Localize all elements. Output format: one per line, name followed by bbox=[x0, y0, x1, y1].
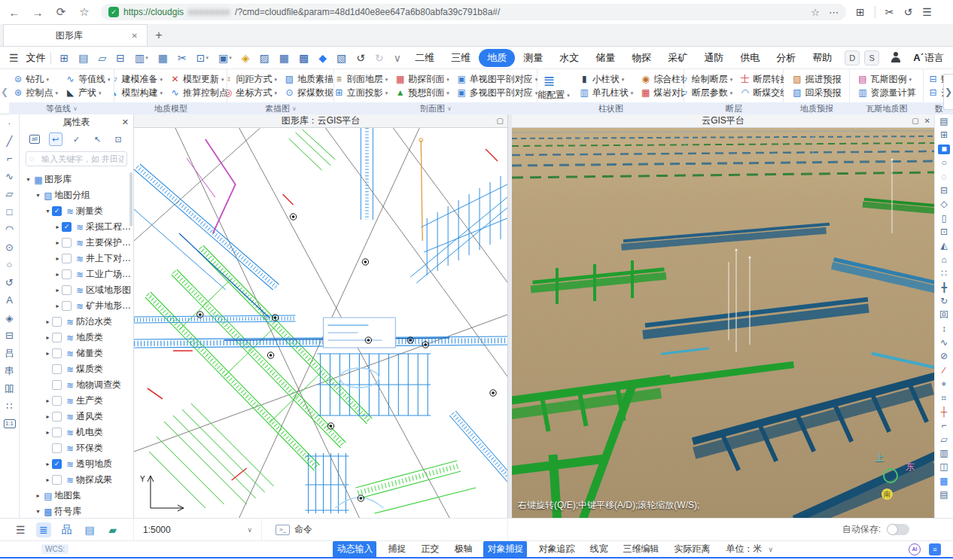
rect-select-icon[interactable]: ■ bbox=[938, 145, 950, 154]
tree-item-物探成果[interactable]: ▸✓≋物探成果 bbox=[20, 472, 133, 488]
ribbon-button-立面投影[interactable]: ⊞立面投影▾ bbox=[334, 88, 388, 97]
chevron-collapsed-icon[interactable]: ▸ bbox=[44, 350, 52, 357]
layer-checkbox[interactable]: ✓ bbox=[52, 317, 62, 327]
ribbon-button-小柱状[interactable]: ▮小柱状▾ bbox=[579, 75, 634, 84]
unit-select[interactable]: 单位：米 ∨ bbox=[726, 543, 773, 555]
chevron-expanded-icon[interactable]: ▾ bbox=[44, 208, 52, 215]
crop-icon[interactable]: ⌗ bbox=[935, 394, 953, 403]
checkbox-icon[interactable]: ✓ bbox=[69, 132, 83, 146]
copy-doc-icon[interactable]: ⊡ bbox=[111, 132, 125, 146]
maximize-icon[interactable]: ▢ bbox=[912, 117, 918, 125]
more-dots-icon[interactable]: ⋯ bbox=[829, 7, 839, 18]
box-3d-icon[interactable]: ◫ bbox=[935, 462, 953, 472]
open-icon[interactable]: ▱ bbox=[99, 52, 107, 64]
chevron-collapsed-icon[interactable]: ▸ bbox=[53, 224, 62, 230]
document-icon[interactable]: ▤ bbox=[82, 522, 97, 537]
align-left-icon[interactable]: ⊟ bbox=[0, 330, 19, 340]
move-icon[interactable]: ╋ bbox=[935, 283, 953, 293]
ribbon-button-掘进预报[interactable]: ▨掘进预报 bbox=[792, 75, 842, 84]
autosave-toggle[interactable] bbox=[887, 524, 909, 535]
ribbon-scroll-left-icon[interactable]: ❮ bbox=[0, 78, 9, 105]
list-view-icon[interactable]: ☰ bbox=[13, 522, 28, 537]
ribbon-group-label[interactable]: 地质模型 bbox=[114, 102, 227, 114]
trim-icon[interactable]: ⊘ bbox=[935, 352, 953, 361]
ribbon-button-单视图平剖对应[interactable]: ▣单视图平剖对应▾ bbox=[456, 75, 537, 84]
status-toggle-对象捕捉[interactable]: 对象捕捉 bbox=[483, 541, 527, 558]
tree-item-地物调查类[interactable]: ✓≋地物调查类 bbox=[20, 377, 133, 393]
ribbon-button-断层转换[interactable]: 士断层转换 bbox=[739, 75, 784, 84]
scale-select[interactable]: 1:5000 ∨ bbox=[134, 519, 262, 540]
ribbon-button-间距方式[interactable]: ⌗间距方式▾ bbox=[227, 75, 277, 84]
menu-地质[interactable]: 地质 bbox=[479, 49, 515, 67]
measure-icon[interactable]: ⌖ bbox=[935, 379, 953, 389]
layer-checkbox[interactable]: ✓ bbox=[52, 443, 62, 453]
maximize-icon[interactable]: ▢ bbox=[497, 117, 504, 125]
layer-checkbox[interactable]: ✓ bbox=[52, 348, 62, 358]
tree-item-生产类[interactable]: ▸✓≋生产类 bbox=[20, 393, 133, 409]
tree-item-机电类[interactable]: ▸✓≋机电类 bbox=[20, 425, 133, 440]
layer-checkbox[interactable]: ✓ bbox=[52, 475, 62, 485]
menu-二维[interactable]: 二维 bbox=[406, 49, 443, 67]
redo-icon[interactable]: ↻ bbox=[375, 52, 384, 64]
print-icon[interactable]: ▦ bbox=[158, 52, 168, 64]
layer-checkbox[interactable]: ✓ bbox=[62, 285, 72, 295]
cut-icon[interactable]: ✂ bbox=[178, 52, 187, 64]
status-toggle-极轴[interactable]: 极轴 bbox=[450, 541, 476, 558]
chevron-collapsed-icon[interactable]: ▸ bbox=[44, 397, 52, 404]
paste-multi-icon[interactable]: ▥ bbox=[935, 449, 953, 458]
tree-item-矿井地形地质图[interactable]: ▸✓≋矿井地形地质图 bbox=[20, 298, 133, 314]
ribbon-button-煤岩对比[interactable]: ▦煤岩对比▾ bbox=[640, 88, 684, 97]
ribbon-group-label[interactable]: 柱状图 bbox=[537, 102, 684, 114]
layer-checkbox[interactable]: ✓ bbox=[62, 222, 72, 232]
badge-d[interactable]: D bbox=[845, 50, 860, 65]
chevron-collapsed-icon[interactable]: ▸ bbox=[44, 476, 52, 483]
menu-三维[interactable]: 三维 bbox=[443, 49, 479, 67]
selection-scale-icon[interactable]: ∷ bbox=[0, 401, 19, 411]
image-edit-icon[interactable]: ▤ bbox=[935, 490, 953, 500]
layer-checkbox[interactable]: ✓ bbox=[52, 333, 62, 342]
tree-item-井上下对照图[interactable]: ▸✓≋井上下对照图 bbox=[20, 251, 133, 266]
tree-item-地质类[interactable]: ▸✓≋地质类 bbox=[20, 330, 133, 345]
rotate-icon[interactable]: ↻ bbox=[935, 297, 953, 306]
ribbon-button-瓦斯图例[interactable]: ▤瓦斯图例▾ bbox=[857, 75, 916, 84]
break-icon[interactable]: ┼ bbox=[935, 407, 953, 417]
arc-icon[interactable]: ◠ bbox=[0, 224, 19, 234]
hatch-edit-icon[interactable]: ▨ bbox=[260, 52, 269, 64]
bookmark-star-icon[interactable]: ☆ bbox=[811, 7, 820, 18]
layer-checkbox[interactable]: ✓ bbox=[62, 254, 72, 263]
ribbon-button-回采预报[interactable]: ▧回采预报 bbox=[792, 88, 842, 97]
ribbon-button-坐标方式[interactable]: ◎坐标方式▾ bbox=[227, 88, 277, 97]
ribbon-button-单孔柱状[interactable]: ▥单孔柱状▾ bbox=[579, 88, 634, 97]
chevron-collapsed-icon[interactable]: ▸ bbox=[53, 271, 62, 278]
ribbon-button-断层参数[interactable]: ▱断层参数▾ bbox=[684, 88, 732, 97]
layer-checkbox[interactable]: ✓ bbox=[52, 459, 62, 469]
edit-doc-icon[interactable]: ▤ bbox=[78, 52, 88, 64]
copy-icon[interactable]: ⊡▾ bbox=[196, 52, 209, 64]
array-icon[interactable]: ∷ bbox=[935, 269, 953, 278]
chevron-collapsed-icon[interactable]: ▸ bbox=[53, 303, 62, 309]
viewport-3d-canvas[interactable]: 右键旋转(Q/E);中键平移(A/D);滚轮缩放(W/S); 上 东 南 bbox=[512, 128, 934, 518]
forward-icon[interactable]: → bbox=[31, 6, 44, 19]
chevron-expanded-icon[interactable]: ▾ bbox=[34, 508, 42, 515]
undo-icon[interactable]: ↺ bbox=[356, 52, 365, 64]
screenshot-scissors-icon[interactable]: ✂ bbox=[885, 6, 894, 18]
spline-icon[interactable]: ∿ bbox=[0, 172, 19, 181]
menu-供电[interactable]: 供电 bbox=[732, 49, 768, 67]
chevron-collapsed-icon[interactable]: ▸ bbox=[44, 334, 52, 341]
chevron-collapsed-icon[interactable]: ▸ bbox=[53, 255, 62, 262]
paste-icon[interactable]: ▣▾ bbox=[218, 52, 232, 64]
polyline-icon[interactable]: ⌐ bbox=[0, 154, 19, 163]
properties-edit-icon[interactable]: ▤ bbox=[935, 117, 953, 126]
browser-tab[interactable]: 图形库 ✕ bbox=[3, 24, 148, 46]
tab-close-icon[interactable]: ✕ bbox=[129, 30, 141, 41]
tree-item-采掘工程平面图[interactable]: ▸✓≋采掘工程平面图 bbox=[20, 219, 133, 235]
layer-checkbox[interactable]: ✓ bbox=[52, 206, 62, 216]
ribbon-button-地质素描[interactable]: ▨地质素描▾ bbox=[284, 75, 334, 84]
ai-assistant-icon[interactable]: AI bbox=[909, 543, 921, 555]
chevron-collapsed-icon[interactable]: ▸ bbox=[44, 318, 52, 325]
layer-checkbox[interactable]: ✓ bbox=[52, 380, 62, 390]
tree-item-通风类[interactable]: ▸✓≋通风类 bbox=[20, 409, 133, 425]
table-insert-icon[interactable]: ▦ bbox=[279, 52, 289, 64]
export-icon[interactable]: ▥▾ bbox=[135, 52, 148, 64]
search-input[interactable] bbox=[26, 151, 127, 166]
